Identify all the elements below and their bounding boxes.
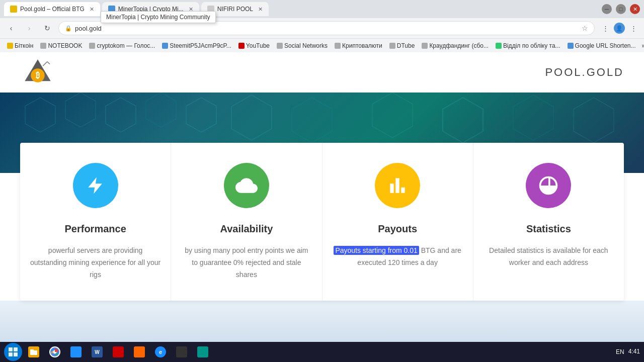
extensions-icon[interactable]: ⋮ (599, 22, 612, 35)
bookmark-bitcoin-icon (7, 43, 13, 49)
logo-area: ₿ (20, 57, 55, 87)
file-explorer-icon (28, 346, 39, 357)
svg-marker-6 (25, 98, 55, 132)
taskbar-ie[interactable]: e (151, 344, 170, 360)
cards-section: Performance powerful servers are providi… (0, 173, 644, 301)
taskbar-app8[interactable] (193, 344, 212, 360)
terminal-icon (176, 346, 187, 357)
tab-1-close[interactable]: ✕ (90, 6, 94, 13)
availability-icon-circle (224, 163, 269, 208)
bookmark-dtube-label: DTube (397, 42, 415, 49)
bookmark-bitcoin[interactable]: Біткоін (4, 41, 36, 50)
pie-chart-icon (537, 174, 559, 197)
payouts-text: Payouts starting from 0.01 BTG and are e… (333, 245, 463, 269)
performance-icon-circle (73, 163, 118, 208)
taskbar-app6[interactable] (130, 344, 149, 360)
svg-marker-7 (65, 93, 96, 127)
bookmark-steemit[interactable]: SteemitP5JAcmP9cP... (159, 41, 234, 50)
bookmark-dtube[interactable]: DTube (386, 41, 418, 50)
bookmark-crypto-icon (335, 43, 341, 49)
bookmark-google-url-icon (568, 43, 574, 49)
statistics-title: Statistics (484, 223, 614, 235)
svg-rect-20 (14, 352, 18, 356)
app5-icon (113, 346, 124, 357)
svg-marker-10 (186, 98, 216, 132)
page-content: ₿ POOL.GOLD (0, 52, 644, 362)
maximize-button[interactable]: □ (616, 4, 626, 14)
word-icon: W (92, 346, 103, 357)
app8-icon (197, 346, 208, 357)
media-icon (70, 346, 82, 357)
bookmark-bitcoin-label: Біткоін (15, 42, 33, 49)
bookmark-notebook-icon (40, 43, 46, 49)
minimize-button[interactable]: ─ (602, 4, 612, 14)
availability-text: by using many pool entry points we aim t… (181, 245, 311, 281)
bookmark-social-label: Social Networks (284, 42, 328, 49)
bookmarks-bar: Біткоін NOTEBOOK cryptokom — Голос... St… (0, 38, 644, 52)
svg-marker-16 (574, 98, 614, 143)
bookmark-social[interactable]: Social Networks (274, 41, 331, 50)
bookmark-accounting-icon (496, 43, 502, 49)
statistics-icon-circle (526, 163, 571, 208)
windows-icon (9, 347, 18, 356)
bookmark-crowdfunding-icon (422, 43, 428, 49)
bookmark-cryptokom-icon (89, 43, 95, 49)
taskbar-right: EN 4:41 (616, 348, 640, 356)
payouts-icon-circle (375, 163, 420, 208)
toolbar-icons: ⋮ 👤 ⋮ (599, 22, 640, 35)
bolt-icon (85, 174, 107, 197)
taskbar-file-explorer[interactable] (24, 344, 43, 360)
start-button[interactable] (4, 343, 22, 361)
svg-marker-15 (513, 95, 553, 140)
site-title: POOL.GOLD (545, 66, 624, 79)
bookmark-notebook[interactable]: NOTEBOOK (37, 41, 85, 50)
bookmark-youtube-icon (238, 43, 245, 49)
bookmark-star-icon[interactable]: ☆ (582, 24, 588, 32)
bookmark-google-url[interactable]: Google URL Shorten... (565, 41, 639, 50)
address-bar-row: ‹ › ↻ 🔒 pool.gold ☆ ⋮ 👤 ⋮ (0, 18, 644, 38)
system-clock: 4:41 (628, 348, 640, 356)
close-button[interactable]: ✕ (630, 4, 640, 14)
svg-rect-19 (9, 352, 13, 356)
svg-rect-17 (9, 347, 13, 351)
cards-container: Performance powerful servers are providi… (20, 143, 624, 301)
bookmark-google-url-label: Google URL Shorten... (575, 42, 636, 49)
svg-marker-12 (292, 98, 332, 143)
chart-bar-icon (386, 174, 409, 197)
svg-line-5 (47, 62, 50, 64)
address-box[interactable]: 🔒 pool.gold ☆ (58, 21, 595, 35)
card-statistics: Statistics Detailed statistics is availa… (473, 143, 624, 301)
card-availability: Availability by using many pool entry po… (171, 143, 322, 301)
taskbar-app5[interactable] (109, 344, 128, 360)
bookmark-crowdfunding[interactable]: Краудфандинг (сбо... (419, 41, 492, 50)
bookmark-cryptokom[interactable]: cryptokom — Голос... (86, 41, 158, 50)
bookmark-notebook-label: NOTEBOOK (48, 42, 82, 49)
payouts-highlight: Payouts starting from 0.01 (334, 246, 419, 255)
bookmark-youtube-label: YouTube (246, 42, 270, 49)
svg-marker-8 (106, 98, 136, 132)
forward-button[interactable]: › (22, 21, 36, 35)
clock-time: 4:41 (628, 348, 640, 356)
tab-3-close[interactable]: ✕ (258, 6, 263, 13)
svg-line-4 (43, 62, 47, 66)
bookmark-social-icon (277, 43, 283, 49)
bookmark-accounting[interactable]: Відділ по обліку та... (493, 41, 564, 50)
bookmarks-overflow[interactable]: » (640, 41, 644, 50)
bookmark-crypto[interactable]: Криптовалюти (332, 41, 385, 50)
menu-icon[interactable]: ⋮ (627, 22, 640, 35)
website: ₿ POOL.GOLD (0, 52, 644, 362)
taskbar-media[interactable] (66, 344, 86, 360)
taskbar-terminal[interactable] (172, 344, 191, 360)
tab-3-label: NIFIRI POOL (217, 6, 253, 13)
taskbar-word[interactable]: W (88, 344, 107, 360)
bookmark-youtube[interactable]: YouTube (235, 41, 273, 50)
taskbar-chrome[interactable] (45, 344, 64, 360)
svg-marker-11 (231, 95, 272, 140)
performance-text: powerful servers are providing outstandi… (30, 245, 160, 281)
profile-icon[interactable]: 👤 (614, 23, 625, 34)
reload-button[interactable]: ↻ (40, 21, 54, 35)
tab-1-favicon (10, 6, 17, 13)
statistics-text: Detailed statistics is available for eac… (484, 245, 614, 269)
tab-1[interactable]: Pool.gold – Official BTG ✕ (4, 2, 100, 16)
back-button[interactable]: ‹ (4, 21, 18, 35)
